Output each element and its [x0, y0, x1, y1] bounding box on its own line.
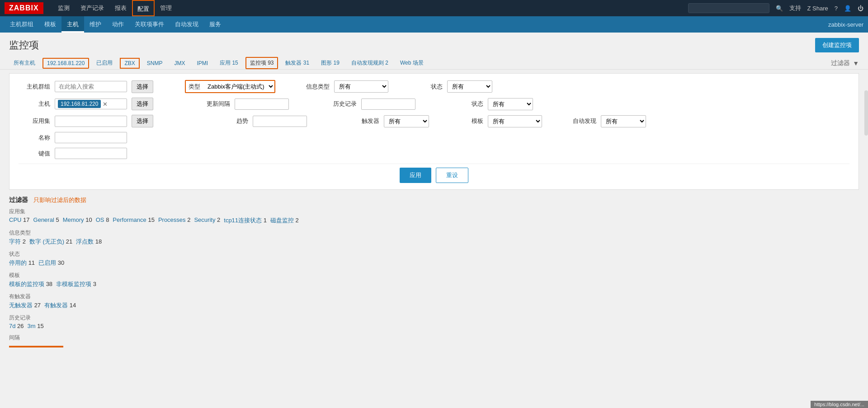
sub-navigation: 主机群组 模板 主机 维护 动作 关联项事件 自动发现 服务 zabbix-se… [0, 16, 868, 33]
filter-section: 主机群组 选择 类型 Zabbix客户端(主动式) Zabbix客户端 SNMP… [9, 73, 859, 190]
nav-reports[interactable]: 报表 [109, 0, 132, 16]
filter-value-cpu: CPU 17 [9, 216, 30, 225]
reset-button[interactable]: 重设 [436, 168, 468, 183]
help-icon[interactable]: ? [835, 5, 838, 12]
filter-summary: 过滤器 只影响过滤后的数据 应用集 CPU 17 General 5 Memor… [0, 193, 868, 356]
app-set-label: 应用集 [19, 117, 50, 125]
filter-value-7d: 7d 26 [9, 323, 24, 329]
app-set-select-button[interactable]: 选择 [132, 115, 153, 127]
name-label: 名称 [19, 134, 50, 142]
trigger-label: 触发器 [348, 117, 379, 125]
tab-web-scenarios[interactable]: Web 场景 [396, 57, 428, 69]
tab-host-ip[interactable]: 192.168.81.220 [42, 58, 89, 69]
appset-group-values: CPU 17 General 5 Memory 10 OS 8 Performa… [9, 216, 859, 225]
type-select[interactable]: Zabbix客户端(主动式) Zabbix客户端 SNMP JMX IPMI 所… [203, 81, 274, 92]
trend-label: 趋势 [217, 117, 248, 125]
subnav-maintenance[interactable]: 维护 [84, 16, 107, 33]
filter-value-3m: 3m 15 [28, 323, 44, 329]
zshare-link[interactable]: Z Share [807, 5, 828, 12]
host-tag: 192.168.81.220 [58, 100, 101, 108]
subnav-events[interactable]: 关联项事件 [129, 16, 170, 33]
history-input[interactable] [361, 98, 415, 110]
subnav-services[interactable]: 服务 [204, 16, 226, 33]
tab-all-hosts[interactable]: 所有主机 [9, 57, 40, 69]
subnav-discovery[interactable]: 自动发现 [170, 16, 204, 33]
status-select-2[interactable]: 所有 已启用 停用的 [488, 98, 533, 110]
filter-group-status: 状态 停用的 11 已启用 30 [9, 250, 859, 267]
trigger-group-values: 无触发器 27 有触发器 14 [9, 301, 859, 310]
status-group-label: 状态 [9, 250, 859, 258]
filter-value-disk: 磁盘监控 2 [270, 216, 299, 225]
global-search-input[interactable] [688, 3, 769, 13]
history-group-label: 历史记录 [9, 314, 859, 322]
host-group-search-input[interactable] [55, 81, 127, 92]
scroll-indicator[interactable] [864, 90, 868, 136]
update-interval-label: 更新间隔 [198, 100, 230, 108]
template-label: 模板 [452, 117, 483, 125]
tabs-bar: 所有主机 192.168.81.220 已启用 ZBX SNMP JMX IPM… [0, 55, 868, 70]
trigger-select[interactable]: 所有 有触发器 无触发器 [384, 115, 429, 127]
tab-triggers[interactable]: 触发器 31 [281, 57, 314, 69]
key-input[interactable] [55, 148, 127, 159]
tab-jmx[interactable]: JMX [170, 58, 189, 69]
info-type-label: 信息类型 [298, 83, 330, 91]
status-group-values: 停用的 11 已启用 30 [9, 259, 859, 267]
host-label: 主机 [19, 100, 50, 108]
subnav-hosts[interactable]: 主机 [61, 16, 84, 33]
host-tag-close[interactable]: ✕ [103, 101, 108, 108]
user-icon[interactable]: 👤 [844, 5, 851, 12]
template-select[interactable]: 所有 模板的监控项 非模板监控项 [488, 115, 542, 127]
support-link[interactable]: 支持 [789, 4, 801, 12]
filter-group-appset: 应用集 CPU 17 General 5 Memory 10 OS 8 Perf… [9, 208, 859, 225]
host-select-button[interactable]: 选择 [132, 98, 153, 110]
auto-discover-select[interactable]: 所有 是 否 [601, 115, 646, 127]
status-label-1: 状态 [411, 83, 443, 91]
filter-group-history: 历史记录 7d 26 3m 15 [9, 314, 859, 329]
filter-value-non-template: 非模板监控项 3 [56, 280, 96, 288]
filter-row-4: 名称 [19, 132, 849, 143]
tab-monitor-items[interactable]: 监控项 93 [245, 57, 278, 69]
filter-toggle-button[interactable]: 过滤器 ▼ [831, 59, 859, 67]
tab-ipmi[interactable]: IPMI [192, 58, 212, 69]
nav-assets[interactable]: 资产记录 [75, 0, 109, 16]
name-input[interactable] [55, 132, 127, 143]
tab-auto-discovery-rules[interactable]: 自动发现规则 2 [347, 57, 393, 69]
filter-value-has-trigger: 有触发器 14 [44, 301, 76, 310]
trend-input[interactable] [253, 116, 307, 127]
filter-row-1: 主机群组 选择 类型 Zabbix客户端(主动式) Zabbix客户端 SNMP… [19, 80, 849, 93]
key-label: 键值 [19, 150, 50, 158]
filter-value-no-trigger: 无触发器 27 [9, 301, 41, 310]
apply-button[interactable]: 应用 [400, 168, 431, 183]
filter-value-processes: Processes 2 [158, 216, 191, 225]
filter-group-template: 模板 模板的监控项 38 非模板监控项 3 [9, 272, 859, 288]
trigger-group-label: 有触发器 [9, 293, 859, 300]
top-nav-right: 🔍 支持 Z Share ? 👤 ⏻ [688, 3, 863, 13]
filter-value-memory: Memory 10 [63, 216, 92, 225]
host-group-select-button[interactable]: 选择 [132, 80, 153, 93]
update-interval-input[interactable] [235, 98, 289, 110]
filter-value-security: Security 2 [194, 216, 220, 225]
tab-zbx[interactable]: ZBX [120, 58, 139, 69]
power-icon[interactable]: ⏻ [858, 5, 863, 12]
tab-apps[interactable]: 应用 15 [215, 57, 243, 69]
tab-graphs[interactable]: 图形 19 [316, 57, 344, 69]
history-group-values: 7d 26 3m 15 [9, 323, 859, 329]
subnav-host-groups[interactable]: 主机群组 [5, 16, 39, 33]
app-set-input[interactable] [55, 116, 127, 127]
filter-label-text: 过滤器 [831, 59, 850, 67]
tab-enabled[interactable]: 已启用 [92, 57, 117, 69]
status-select-1[interactable]: 所有 已启用 停用的 [447, 80, 492, 93]
search-icon[interactable]: 🔍 [776, 5, 783, 12]
host-group-label: 主机群组 [19, 83, 50, 91]
nav-config[interactable]: 配置 [132, 0, 155, 16]
nav-monitor[interactable]: 监测 [52, 0, 75, 16]
filter-value-general: General 5 [33, 216, 59, 225]
info-type-select[interactable]: 所有 数字(无正负) 字符 浮点数 [334, 80, 388, 93]
create-monitor-item-button[interactable]: 创建监控项 [815, 38, 859, 52]
status-label-2: 状态 [452, 100, 483, 108]
subnav-templates[interactable]: 模板 [39, 16, 61, 33]
nav-admin[interactable]: 管理 [155, 0, 177, 16]
auto-discover-label: 自动发现 [565, 117, 596, 125]
subnav-actions[interactable]: 动作 [107, 16, 129, 33]
tab-snmp[interactable]: SNMP [142, 58, 167, 69]
